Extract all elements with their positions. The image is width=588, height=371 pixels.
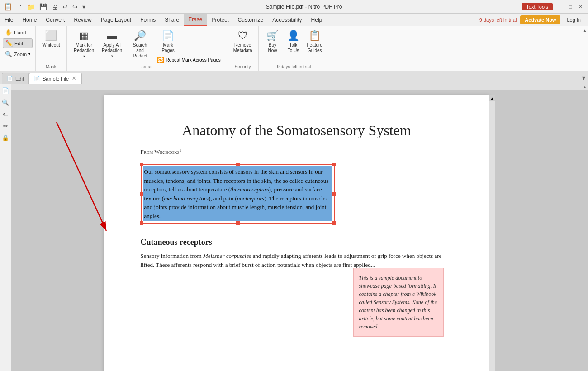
svg-line-1 xyxy=(57,122,106,231)
hand-icon: ✋ xyxy=(5,29,12,36)
scroll-top-btn[interactable]: ▲ xyxy=(582,84,588,90)
remove-metadata-icon: 🛡 xyxy=(238,30,248,42)
close-tab-btn[interactable]: ✕ xyxy=(71,76,77,81)
hand-tool-btn[interactable]: ✋ Hand xyxy=(3,28,33,37)
vertical-scrollbar[interactable]: ▲ ▼ xyxy=(489,95,495,371)
undo-btn[interactable]: ↩ xyxy=(62,2,69,11)
selection-handle-ml xyxy=(140,192,143,196)
menu-erase[interactable]: Erase xyxy=(184,14,207,26)
doc-main: ▲ Anatomy of the Somatosensory Syst xyxy=(11,84,588,371)
menu-file[interactable]: File xyxy=(0,14,18,26)
ribbon-scroll-btn[interactable]: ▲ xyxy=(582,27,588,33)
buy-now-btn[interactable]: 🛒 BuyNow xyxy=(262,28,282,55)
apply-redactions-icon: ▬ xyxy=(107,30,117,42)
sample-tab-icon: 📄 xyxy=(34,76,40,81)
mark-pages-btn[interactable]: 📄 MarkPages xyxy=(155,28,182,55)
zoom-tool-btn[interactable]: 🔍 Zoom ▾ xyxy=(3,50,33,58)
menu-help[interactable]: Help xyxy=(307,14,327,26)
close-btn[interactable]: ✕ xyxy=(576,3,584,11)
edit-tab-icon: 📄 xyxy=(7,76,13,81)
panel-bookmarks-btn[interactable]: 🏷 xyxy=(1,109,10,119)
mask-label: Mask xyxy=(39,64,62,71)
selection-handle-bl xyxy=(140,221,143,225)
maximize-btn[interactable]: □ xyxy=(566,3,574,11)
scroll-up-btn[interactable]: ▲ xyxy=(489,95,495,101)
text-tools-tab-header[interactable]: Text Tools xyxy=(522,3,553,10)
mark-pages-icon: 📄 xyxy=(162,30,174,42)
talk-to-us-btn[interactable]: 👤 TalkTo Us xyxy=(283,28,303,55)
selection-handle-br xyxy=(332,221,336,225)
ribbon-mask-section: ⬜ Whiteout Mask xyxy=(36,26,66,71)
edit-icon: ✏️ xyxy=(5,40,13,47)
open-btn[interactable]: 📁 xyxy=(26,2,36,11)
mark-for-redaction-btn[interactable]: ▦ Mark forRedaction ▾ xyxy=(71,28,98,61)
redo-btn[interactable]: ↪ xyxy=(71,2,79,11)
doc-viewport: Anatomy of the Somatosensory System From… xyxy=(11,90,588,371)
buy-now-icon: 🛒 xyxy=(266,30,279,42)
menu-forms[interactable]: Forms xyxy=(136,14,160,26)
ribbon: ✋ Hand ✏️ Edit 🔍 Zoom ▾ ⬜ Whiteout Mask … xyxy=(0,26,588,71)
minimize-btn[interactable]: ─ xyxy=(556,3,564,11)
selection-handle-tr xyxy=(332,163,336,166)
feature-guides-btn[interactable]: 📋 FeatureGuides xyxy=(304,28,325,55)
talk-to-us-icon: 👤 xyxy=(287,30,299,42)
remove-metadata-btn[interactable]: 🛡 RemoveMetadata xyxy=(231,28,255,55)
edit-tab-label: Edit xyxy=(15,76,24,81)
menu-protect[interactable]: Protect xyxy=(207,14,233,26)
whiteout-icon: ⬜ xyxy=(45,30,57,42)
menu-share[interactable]: Share xyxy=(160,14,184,26)
cutaneous-header: Cutaneous receptors xyxy=(141,238,453,247)
mark-redaction-icon: ▦ xyxy=(79,30,89,42)
login-button[interactable]: Log In xyxy=(564,16,583,24)
panel-search-btn[interactable]: 🔍 xyxy=(1,98,10,107)
from-wikibooks: From Wikibooks1 xyxy=(141,148,453,156)
activate-button[interactable]: Activate Now xyxy=(520,15,560,24)
menu-customize[interactable]: Customize xyxy=(233,14,268,26)
tab-bar: 📄 Edit 📄 Sample File ✕ ▾ xyxy=(0,71,588,84)
save-btn[interactable]: 💾 xyxy=(38,2,48,11)
main-container: 📄 Edit 📄 Sample File ✕ ▾ 📄 🔍 🏷 ✏ 🔒 💬 🔗 ▲ xyxy=(0,71,588,371)
quick-access-toolbar: 📋 🗋 📁 💾 🖨 ↩ ↪ ▾ xyxy=(4,2,86,11)
edit-tool-btn[interactable]: ✏️ Edit xyxy=(3,38,33,48)
panel-pages-btn[interactable]: 📄 xyxy=(1,86,10,95)
sample-tab-label: Sample File xyxy=(43,76,69,81)
top-scroll-bar: ▲ xyxy=(11,84,588,90)
title-bar: 📋 🗋 📁 💾 🖨 ↩ ↪ ▾ Sample File.pdf - Nitro … xyxy=(0,0,588,14)
whiteout-btn[interactable]: ⬜ Whiteout xyxy=(39,28,62,50)
info-box: This is a sample document to showcase pa… xyxy=(353,268,444,337)
repeat-icon: 🔁 xyxy=(157,57,164,63)
body-paragraph: Sensory information from Meissner corpus… xyxy=(141,252,453,269)
left-toolbar: 📄 🔍 🏷 ✏ 🔒 💬 🔗 xyxy=(0,84,11,371)
repeat-mark-btn[interactable]: 🔁 Repeat Mark Across Pages xyxy=(155,56,223,64)
document-title: Anatomy of the Somatosensory System xyxy=(141,122,453,139)
menu-convert[interactable]: Convert xyxy=(41,14,69,26)
search-and-redact-btn[interactable]: 🔎 Search andRedact xyxy=(127,28,154,61)
trial-text: 9 days left in trial xyxy=(479,17,517,23)
tab-scroll-right[interactable]: ▾ xyxy=(579,74,588,81)
menu-bar: File Home Convert Review Page Layout For… xyxy=(0,14,588,26)
feature-guides-icon: 📋 xyxy=(308,30,321,42)
app-icon: 📋 xyxy=(4,2,13,11)
panel-annot-btn[interactable]: ✏ xyxy=(1,121,10,130)
selection-handle-mr xyxy=(332,192,336,196)
dropdown-btn[interactable]: ▾ xyxy=(81,2,86,11)
menu-review[interactable]: Review xyxy=(69,14,96,26)
menu-home[interactable]: Home xyxy=(18,14,41,26)
ribbon-trial-section: 🛒 BuyNow 👤 TalkTo Us 📋 FeatureGuides 9 d… xyxy=(259,26,329,71)
menu-accessibility[interactable]: Accessibility xyxy=(268,14,306,26)
menu-right: 9 days left in trial Activate Now Log In xyxy=(479,15,588,24)
text-tools-indicator: Text Tools xyxy=(522,3,553,10)
panel-security-btn[interactable]: 🔒 xyxy=(1,133,10,142)
selection-handle-tl xyxy=(140,163,143,166)
search-redact-icon: 🔎 xyxy=(134,30,146,42)
pdf-page: Anatomy of the Somatosensory System From… xyxy=(104,95,489,371)
edit-tab[interactable]: 📄 Edit xyxy=(2,73,29,84)
doc-row: 📄 🔍 🏷 ✏ 🔒 💬 🔗 ▲ xyxy=(0,84,588,371)
redact-label: Redact xyxy=(71,64,223,71)
apply-all-redactions-btn[interactable]: ▬ Apply AllRedactions xyxy=(99,28,126,61)
new-btn[interactable]: 🗋 xyxy=(15,2,24,11)
sample-file-tab[interactable]: 📄 Sample File ✕ xyxy=(29,73,82,84)
print-btn[interactable]: 🖨 xyxy=(51,2,59,11)
menu-page-layout[interactable]: Page Layout xyxy=(96,14,136,26)
ribbon-redact-section: ▦ Mark forRedaction ▾ ▬ Apply AllRedacti… xyxy=(67,26,227,71)
